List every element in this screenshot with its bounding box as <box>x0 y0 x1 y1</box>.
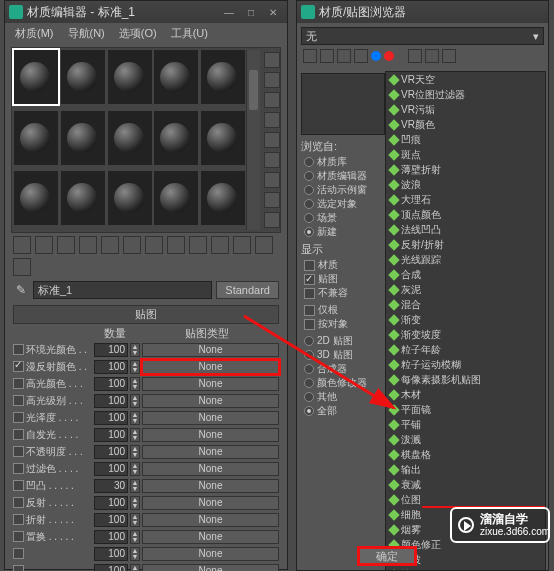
view-list-img-icon[interactable] <box>320 49 334 63</box>
sample-slot-4[interactable] <box>154 50 198 104</box>
spinner-buttons[interactable]: ▲▼ <box>130 547 140 561</box>
sample-slot-13[interactable] <box>108 171 152 225</box>
radio-icon[interactable] <box>304 392 314 402</box>
map-amount-spinner[interactable]: 100 <box>94 360 128 374</box>
browse-from-option[interactable]: 场景 <box>301 211 383 225</box>
checkbox-icon[interactable] <box>304 305 315 316</box>
map-enable-checkbox[interactable] <box>13 361 24 372</box>
material-type-button[interactable]: Standard <box>216 281 279 299</box>
tree-item[interactable]: 光线跟踪 <box>386 252 545 267</box>
spinner-buttons[interactable]: ▲▼ <box>130 462 140 476</box>
map-slot-button[interactable]: None <box>142 547 279 561</box>
map-amount-spinner[interactable]: 30 <box>94 479 128 493</box>
get-material-icon[interactable] <box>13 236 31 254</box>
radio-icon[interactable] <box>304 364 314 374</box>
view-list-icon[interactable] <box>303 49 317 63</box>
update-scene-icon[interactable] <box>408 49 422 63</box>
map-slot-button[interactable]: None <box>142 564 279 572</box>
browse-from-option[interactable]: 新建 <box>301 225 383 239</box>
sample-slot-8[interactable] <box>108 111 152 165</box>
root-option[interactable]: 按对象 <box>301 317 383 331</box>
sample-slot-1[interactable] <box>14 50 58 104</box>
spinner-buttons[interactable]: ▲▼ <box>130 564 140 572</box>
radio-icon[interactable] <box>304 185 314 195</box>
tree-item[interactable]: 凹痕 <box>386 132 545 147</box>
tree-item[interactable]: 棋盘格 <box>386 447 545 462</box>
tree-item[interactable]: 平面镜 <box>386 402 545 417</box>
minimize-button[interactable]: — <box>219 4 239 20</box>
spinner-buttons[interactable]: ▲▼ <box>130 530 140 544</box>
uv-tile-icon[interactable] <box>264 112 280 128</box>
show-option[interactable]: 贴图 <box>301 272 383 286</box>
map-amount-spinner[interactable]: 100 <box>94 343 128 357</box>
select-by-mat-icon[interactable] <box>264 192 280 208</box>
browse-from-option[interactable]: 材质库 <box>301 155 383 169</box>
root-option[interactable]: 仅根 <box>301 303 383 317</box>
show-option[interactable]: 材质 <box>301 258 383 272</box>
menu-navigate[interactable]: 导航(N) <box>62 25 111 42</box>
filter-option[interactable]: 颜色修改器 <box>301 376 383 390</box>
options-icon[interactable] <box>264 172 280 188</box>
map-enable-checkbox[interactable] <box>13 412 24 423</box>
show-in-viewport-icon[interactable] <box>145 236 163 254</box>
sample-slot-9[interactable] <box>154 111 198 165</box>
sample-slot-7[interactable] <box>61 111 105 165</box>
map-enable-checkbox[interactable] <box>13 480 24 491</box>
tree-item[interactable]: 渐变坡度 <box>386 327 545 342</box>
tree-item[interactable]: 波浪 <box>386 177 545 192</box>
tree-item[interactable]: 粒子年龄 <box>386 342 545 357</box>
spinner-buttons[interactable]: ▲▼ <box>130 394 140 408</box>
video-check-icon[interactable] <box>264 132 280 148</box>
go-to-parent-icon[interactable] <box>189 236 207 254</box>
map-slot-button[interactable]: None <box>142 462 279 476</box>
map-enable-checkbox[interactable] <box>13 344 24 355</box>
menu-tools[interactable]: 工具(U) <box>165 25 214 42</box>
radio-icon[interactable] <box>304 336 314 346</box>
map-enable-checkbox[interactable] <box>13 378 24 389</box>
tree-item[interactable]: 平铺 <box>386 417 545 432</box>
tree-item[interactable]: VR位图过滤器 <box>386 87 545 102</box>
maps-rollout-head[interactable]: 贴图 <box>13 305 279 324</box>
sample-slot-10[interactable] <box>201 111 245 165</box>
tree-item[interactable]: 灰泥 <box>386 282 545 297</box>
map-enable-checkbox[interactable] <box>13 497 24 508</box>
spinner-buttons[interactable]: ▲▼ <box>130 496 140 510</box>
menu-material[interactable]: 材质(M) <box>9 25 60 42</box>
sample-slot-12[interactable] <box>61 171 105 225</box>
map-slot-button[interactable]: None <box>142 343 279 357</box>
put-to-library-icon[interactable] <box>101 236 119 254</box>
tree-item[interactable]: 顶点颜色 <box>386 207 545 222</box>
tree-item[interactable]: 合成 <box>386 267 545 282</box>
tree-item[interactable]: VR污垢 <box>386 102 545 117</box>
eyedropper-icon[interactable]: ✎ <box>13 282 29 298</box>
radio-icon[interactable] <box>304 406 314 416</box>
tree-item[interactable]: 泼溅 <box>386 432 545 447</box>
show-end-result-icon[interactable] <box>167 236 185 254</box>
map-amount-spinner[interactable]: 100 <box>94 496 128 510</box>
spinner-buttons[interactable]: ▲▼ <box>130 343 140 357</box>
checkbox-icon[interactable] <box>304 319 315 330</box>
tree-item[interactable]: 粒子运动模糊 <box>386 357 545 372</box>
map-amount-spinner[interactable]: 100 <box>94 564 128 572</box>
map-slot-button[interactable]: None <box>142 360 279 374</box>
spinner-buttons[interactable]: ▲▼ <box>130 428 140 442</box>
spinner-buttons[interactable]: ▲▼ <box>130 513 140 527</box>
map-slot-button[interactable]: None <box>142 428 279 442</box>
material-map-nav-icon[interactable] <box>13 258 31 276</box>
browse-from-option[interactable]: 材质编辑器 <box>301 169 383 183</box>
sample-slot-5[interactable] <box>201 50 245 104</box>
ok-button[interactable]: 确定 <box>357 546 417 566</box>
filter-option[interactable]: 合成器 <box>301 362 383 376</box>
filter-option[interactable]: 3D 贴图 <box>301 348 383 362</box>
browse-from-option[interactable]: 选定对象 <box>301 197 383 211</box>
tree-item[interactable]: VR颜色 <box>386 117 545 132</box>
menu-options[interactable]: 选项(O) <box>113 25 163 42</box>
material-name-input[interactable] <box>33 281 212 299</box>
browse-from-option[interactable]: 活动示例窗 <box>301 183 383 197</box>
tree-item[interactable]: 遮罩 <box>386 567 545 571</box>
map-amount-spinner[interactable]: 100 <box>94 411 128 425</box>
map-amount-spinner[interactable]: 100 <box>94 462 128 476</box>
tree-item[interactable]: VR天空 <box>386 72 545 87</box>
sample-scrollbar[interactable] <box>246 50 260 230</box>
tree-item[interactable]: 每像素摄影机贴图 <box>386 372 545 387</box>
